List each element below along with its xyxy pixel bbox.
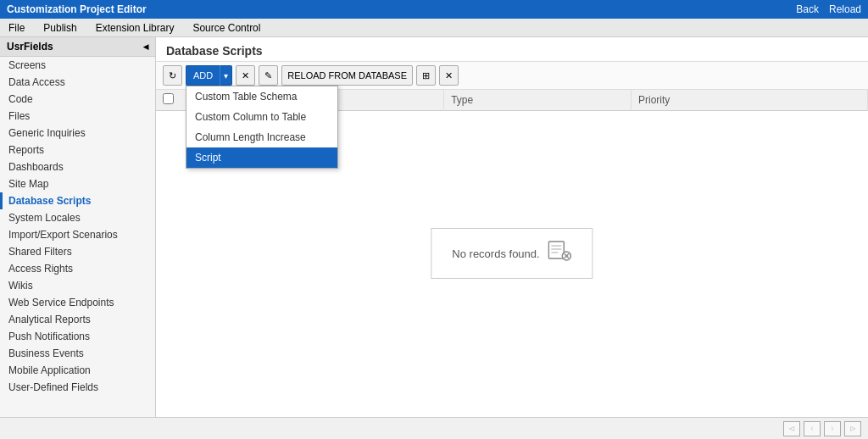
add-button-group: ADD ▾ Custom Table Schema Custom Column … [186,65,232,86]
reload-from-database-label: RELOAD FROM DATABASE [287,70,407,81]
content-area: Database Scripts ↻ ADD ▾ Custom Table Sc… [156,37,868,417]
no-records-box: No records found. [431,228,593,279]
dropdown-item-column-length[interactable]: Column Length Increase [186,127,337,147]
dropdown-item-custom-table-schema[interactable]: Custom Table Schema [186,86,337,107]
sidebar-item-site-map[interactable]: Site Map [0,175,155,192]
sidebar-item-generic-inquiries[interactable]: Generic Inquiries [0,125,155,142]
reload-link[interactable]: Reload [829,3,861,15]
add-dropdown-button[interactable]: ▾ [220,65,232,86]
col-type: Type [444,90,632,111]
sidebar-item-mobile-application[interactable]: Mobile Application [0,362,155,379]
reload-from-database-button[interactable]: RELOAD FROM DATABASE [281,65,413,86]
nav-last-button[interactable]: ⊳ [844,421,861,436]
columns-icon: ⊞ [422,70,430,81]
main-layout: UsrFields ◂ Screens Data Access Code Fil… [0,37,868,417]
sidebar-item-wikis[interactable]: Wikis [0,277,155,294]
no-records-icon [548,241,572,266]
refresh-button[interactable]: ↻ [163,65,182,86]
sidebar-item-web-service[interactable]: Web Service Endpoints [0,294,155,311]
edit-icon: ✎ [264,70,272,81]
delete-icon: ✕ [242,70,249,81]
dropdown-item-custom-column[interactable]: Custom Column to Table [186,107,337,127]
nav-next-button[interactable]: › [824,421,841,436]
sidebar-collapse-icon[interactable]: ◂ [143,41,148,53]
toolbar-icon1-button[interactable]: ⊞ [416,65,436,86]
dropdown-item-script[interactable]: Script [186,147,337,168]
title-bar: Customization Project Editor Back Reload [0,0,868,19]
delete-button[interactable]: ✕ [236,65,255,86]
sidebar-item-dashboards[interactable]: Dashboards [0,158,155,175]
sidebar-item-shared-filters[interactable]: Shared Filters [0,243,155,260]
content-page-title: Database Scripts [156,37,868,62]
sidebar-item-analytical-reports[interactable]: Analytical Reports [0,311,155,328]
edit-button[interactable]: ✎ [259,65,278,86]
sidebar-header: UsrFields ◂ [0,37,155,57]
add-dropdown-menu: Custom Table Schema Custom Column to Tab… [186,86,338,169]
add-main-button[interactable]: ADD [186,65,220,86]
menu-extension-library[interactable]: Extension Library [92,20,178,36]
nav-prev-button[interactable]: ‹ [804,421,821,436]
app-title: Customization Project Editor [7,3,147,15]
col-checkbox [156,90,190,111]
menu-bar: File Publish Extension Library Source Co… [0,19,868,37]
status-bar: ⊲ ‹ › ⊳ [0,417,868,439]
sidebar-item-database-scripts[interactable]: Database Scripts [0,192,155,209]
title-bar-actions: Back Reload [796,3,861,15]
sidebar-title: UsrFields [7,41,53,53]
sidebar-item-access-rights[interactable]: Access Rights [0,260,155,277]
col-priority: Priority [631,90,867,111]
sidebar-item-code[interactable]: Code [0,91,155,108]
back-link[interactable]: Back [796,3,819,15]
sidebar-item-screens[interactable]: Screens [0,57,155,74]
sidebar-item-reports[interactable]: Reports [0,142,155,158]
sidebar-item-user-defined-fields[interactable]: User-Defined Fields [0,379,155,396]
sidebar-item-system-locales[interactable]: System Locales [0,209,155,226]
refresh-icon: ↻ [169,70,176,81]
sidebar-item-files[interactable]: Files [0,108,155,125]
toolbar: ↻ ADD ▾ Custom Table Schema Custom Colum… [156,62,868,90]
sidebar-item-push-notifications[interactable]: Push Notifications [0,328,155,345]
close-filter-icon: ✕ [445,70,453,81]
sidebar: UsrFields ◂ Screens Data Access Code Fil… [0,37,156,417]
menu-file[interactable]: File [5,20,28,36]
no-records-text: No records found. [452,247,539,260]
menu-publish[interactable]: Publish [40,20,80,36]
sidebar-item-data-access[interactable]: Data Access [0,74,155,91]
no-records-container: No records found. [431,228,593,279]
toolbar-icon2-button[interactable]: ✕ [439,65,459,86]
select-all-checkbox[interactable] [163,93,174,104]
menu-source-control[interactable]: Source Control [189,20,264,36]
nav-first-button[interactable]: ⊲ [783,421,800,436]
sidebar-item-business-events[interactable]: Business Events [0,345,155,362]
sidebar-item-import-export[interactable]: Import/Export Scenarios [0,226,155,243]
